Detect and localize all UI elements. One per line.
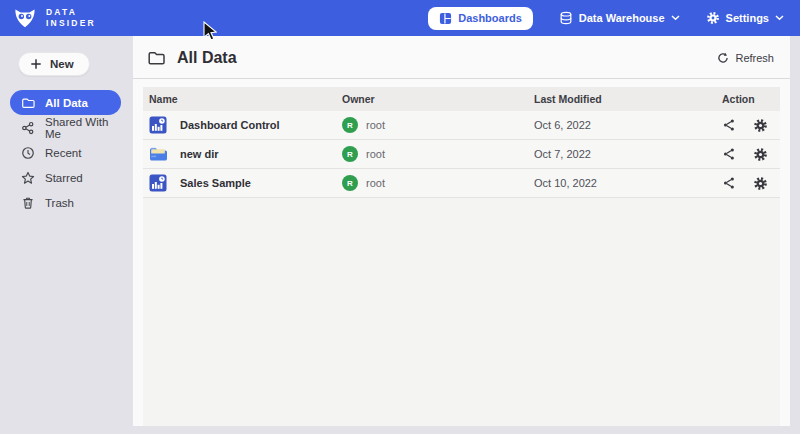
name-cell[interactable]: Sales Sample [149, 174, 342, 192]
database-icon [559, 11, 573, 25]
chevron-down-icon [671, 15, 680, 21]
name-cell[interactable]: Dashboard Control [149, 116, 342, 134]
settings-menu[interactable]: Settings [706, 11, 784, 25]
topbar: DATA INSIDER Dashboards Data Warehous [0, 0, 800, 36]
data-warehouse-label: Data Warehouse [579, 12, 665, 24]
content-card: All Data Refresh Name Owner Last Modifie [133, 36, 790, 426]
sidebar-item-label: Starred [45, 172, 83, 184]
owner-avatar: R [342, 117, 358, 133]
share-icon[interactable] [722, 147, 736, 161]
share-icon[interactable] [722, 176, 736, 190]
page-title: All Data [177, 49, 237, 67]
owner-cell: R root [342, 146, 534, 162]
column-header-action: Action [714, 93, 780, 105]
owner-avatar: R [342, 175, 358, 191]
sidebar: New [0, 36, 131, 434]
file-name: new dir [180, 148, 219, 160]
settings-label: Settings [726, 12, 769, 24]
sidebar-item-label: All Data [45, 97, 88, 109]
folder-icon [147, 49, 165, 67]
sidebar-nav: All Data [10, 90, 121, 215]
column-header-name: Name [149, 93, 342, 105]
owner-name: root [366, 148, 385, 160]
clock-icon [21, 146, 35, 160]
column-header-owner: Owner [342, 93, 534, 105]
action-cell [714, 118, 780, 133]
action-cell [714, 176, 780, 191]
chevron-down-icon [775, 15, 784, 21]
app-title: DATA INSIDER [46, 7, 96, 30]
table-row[interactable]: Sales Sample R root Oct 10, 2022 [143, 169, 780, 198]
sidebar-item-label: Recent [45, 147, 81, 159]
data-warehouse-menu[interactable]: Data Warehouse [559, 11, 680, 25]
refresh-icon [717, 52, 729, 64]
new-button[interactable]: New [18, 52, 90, 76]
share-icon [21, 121, 35, 135]
content-header: All Data Refresh [133, 36, 790, 79]
last-modified-cell: Oct 6, 2022 [534, 119, 714, 131]
dashboard-file-icon [149, 174, 167, 192]
sidebar-item[interactable]: Shared With Me [10, 115, 121, 140]
gear-icon[interactable] [753, 176, 768, 191]
folder-file-icon [149, 145, 167, 163]
dashboard-grid-icon [439, 12, 452, 25]
file-name: Dashboard Control [180, 119, 280, 131]
owner-name: root [366, 177, 385, 189]
owl-logo-icon [12, 5, 38, 31]
last-modified-cell: Oct 7, 2022 [534, 148, 714, 160]
sidebar-item[interactable]: Starred [10, 165, 121, 190]
dashboards-label: Dashboards [458, 12, 522, 24]
refresh-button[interactable]: Refresh [717, 52, 774, 64]
sidebar-item-label: Shared With Me [45, 116, 113, 140]
new-button-label: New [50, 58, 74, 70]
folder-icon [21, 96, 35, 110]
file-name: Sales Sample [180, 177, 251, 189]
app-logo: DATA INSIDER [12, 5, 96, 31]
owner-name: root [366, 119, 385, 131]
gear-icon[interactable] [753, 118, 768, 133]
column-header-modified: Last Modified [534, 93, 714, 105]
dashboard-file-icon [149, 116, 167, 134]
data-table: Name Owner Last Modified Action [143, 87, 780, 426]
table-row[interactable]: new dir R root Oct 7, 2022 [143, 140, 780, 169]
sidebar-item[interactable]: Trash [10, 190, 121, 215]
trash-icon [21, 196, 35, 210]
gear-icon[interactable] [753, 147, 768, 162]
name-cell[interactable]: new dir [149, 145, 342, 163]
action-cell [714, 147, 780, 162]
refresh-label: Refresh [735, 52, 774, 64]
owner-cell: R root [342, 175, 534, 191]
table-row[interactable]: Dashboard Control R root Oct 6, 2022 [143, 111, 780, 140]
plus-icon [30, 58, 42, 70]
last-modified-cell: Oct 10, 2022 [534, 177, 714, 189]
main-area: All Data Refresh Name Owner Last Modifie [131, 36, 800, 434]
gear-icon [706, 11, 720, 25]
sidebar-item[interactable]: All Data [10, 90, 121, 115]
star-icon [21, 171, 35, 185]
owner-avatar: R [342, 146, 358, 162]
table-header-row: Name Owner Last Modified Action [143, 87, 780, 111]
sidebar-item[interactable]: Recent [10, 140, 121, 165]
sidebar-item-label: Trash [45, 197, 74, 209]
dashboards-button[interactable]: Dashboards [428, 7, 533, 30]
share-icon[interactable] [722, 118, 736, 132]
owner-cell: R root [342, 117, 534, 133]
